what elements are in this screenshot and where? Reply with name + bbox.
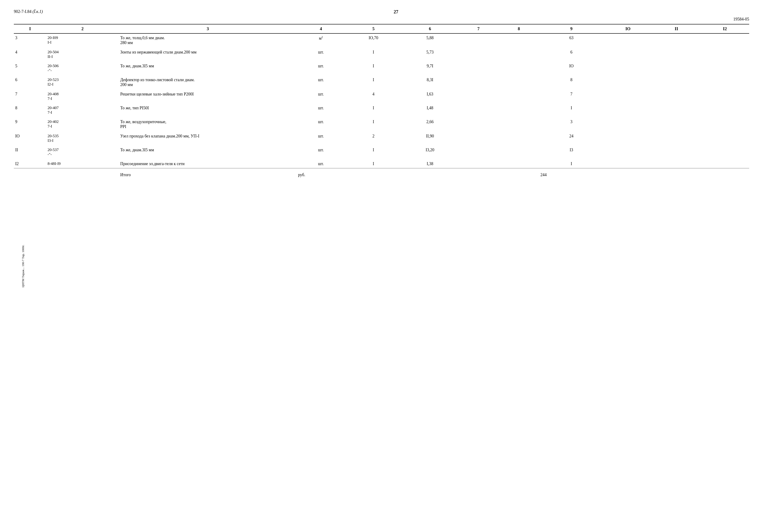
table-row: 8 20-407 7-I То же, тип РI50I шт. I I,48… — [14, 104, 749, 117]
total-empty1 — [14, 170, 46, 180]
page-number: 27 — [43, 9, 749, 15]
row-col12 — [701, 76, 749, 89]
row-unit: м2 — [297, 34, 345, 47]
row-desc: То же, диам.3I5 мм — [119, 62, 297, 75]
row-col11 — [652, 62, 701, 75]
row-col8 — [499, 132, 539, 145]
row-num: I2 — [14, 160, 46, 168]
row-col9: 8 — [539, 76, 604, 89]
row-col6: II,90 — [402, 132, 458, 145]
table-row: IO 20-535 I3-I Узел прохода без клапана … — [14, 132, 749, 145]
row-col12 — [701, 132, 749, 145]
row-col7 — [458, 62, 498, 75]
row-col12 — [701, 34, 749, 47]
col-header-1: I — [14, 24, 46, 34]
row-col10 — [604, 104, 652, 117]
row-col10 — [604, 48, 652, 61]
row-desc: Дефлектор из тонко-листовой стали диам. … — [119, 76, 297, 89]
row-col7 — [458, 118, 498, 131]
page-header: 902-7-I.84 (Ï.к.1) 27 — [14, 9, 749, 15]
row-col8 — [499, 146, 539, 159]
table-row: 6 20-523 I2-I Дефлектор из тонко-листово… — [14, 76, 749, 89]
row-col11 — [652, 132, 701, 145]
row-col6: 8,3I — [402, 76, 458, 89]
table-row: 4 20-504 II-I Зонты из нержавеющей стали… — [14, 48, 749, 61]
row-col10 — [604, 62, 652, 75]
row-col9: 6 — [539, 48, 604, 61]
row-code: 8-48I-I9 — [46, 160, 119, 168]
row-col12 — [701, 146, 749, 159]
total-label: Итого — [119, 170, 297, 180]
row-col6: I,38 — [402, 160, 458, 168]
row-desc: То же, воздухоприточные, РРI — [119, 118, 297, 131]
row-col9: IO — [539, 62, 604, 75]
doc-number: 902-7-I.84 (Ï.к.1) — [14, 9, 43, 14]
row-desc: То же, диам.3I5 мм — [119, 146, 297, 159]
row-col6: 5,73 — [402, 48, 458, 61]
main-table-container: I 2 3 4 5 6 7 8 9 IO II I2 3 20-I09 I-I … — [14, 24, 749, 180]
row-col5: I — [345, 146, 402, 159]
row-col10 — [604, 146, 652, 159]
row-col10 — [604, 160, 652, 168]
row-num: 4 — [14, 48, 46, 61]
row-unit: шт. — [297, 132, 345, 145]
row-code: 20-504 II-I — [46, 48, 119, 61]
table-row: I2 8-48I-I9 Присоединение эл.двига-теля … — [14, 160, 749, 168]
row-unit: шт. — [297, 104, 345, 117]
table-header-row: I 2 3 4 5 6 7 8 9 IO II I2 — [14, 24, 749, 34]
row-col6: I3,20 — [402, 146, 458, 159]
row-code: 20-537 -"- — [46, 146, 119, 159]
row-num: 3 — [14, 34, 46, 47]
row-code: 20-535 I3-I — [46, 132, 119, 145]
total-empty3 — [345, 170, 402, 180]
row-col12 — [701, 90, 749, 103]
row-desc: То же, тип РI50I — [119, 104, 297, 117]
row-code: 20-408 7-I — [46, 90, 119, 103]
row-unit: шт. — [297, 76, 345, 89]
total-empty9 — [701, 170, 749, 180]
col-header-10: IO — [604, 24, 652, 34]
row-col9: I — [539, 160, 604, 168]
row-col11 — [652, 160, 701, 168]
row-col11 — [652, 48, 701, 61]
row-num: 9 — [14, 118, 46, 131]
row-desc: Узел прохода без клапана диам.200 мм, УП… — [119, 132, 297, 145]
row-desc: То же, толщ.0,6 мм диам. 280 мм — [119, 34, 297, 47]
row-desc: Зонты из нержавеющей стали диам.200 мм — [119, 48, 297, 61]
row-col7 — [458, 104, 498, 117]
row-col11 — [652, 118, 701, 131]
row-col5: 4 — [345, 90, 402, 103]
row-col8 — [499, 48, 539, 61]
table-row: 9 20-402 7-I То же, воздухоприточные, РР… — [14, 118, 749, 131]
row-col8 — [499, 34, 539, 47]
row-col8 — [499, 160, 539, 168]
row-desc: Решетки щелевые хало-зийные тип Р200I — [119, 90, 297, 103]
row-col5: I — [345, 76, 402, 89]
row-col7 — [458, 90, 498, 103]
row-col11 — [652, 90, 701, 103]
row-col7 — [458, 132, 498, 145]
row-col6: 9,7I — [402, 62, 458, 75]
row-code: 20-407 7-I — [46, 104, 119, 117]
row-num: 8 — [14, 104, 46, 117]
col-header-6: 6 — [402, 24, 458, 34]
row-unit: шт. — [297, 160, 345, 168]
row-col9: 63 — [539, 34, 604, 47]
col-header-7: 7 — [458, 24, 498, 34]
row-col6: I,48 — [402, 104, 458, 117]
row-col5: I — [345, 62, 402, 75]
col-header-9: 9 — [539, 24, 604, 34]
total-empty4 — [402, 170, 458, 180]
row-num: 7 — [14, 90, 46, 103]
row-num: 5 — [14, 62, 46, 75]
row-col8 — [499, 118, 539, 131]
row-unit: шт. — [297, 146, 345, 159]
total-value: 244 — [539, 170, 604, 180]
total-unit: руб. — [297, 170, 345, 180]
row-col7 — [458, 34, 498, 47]
row-col11 — [652, 104, 701, 117]
total-empty8 — [652, 170, 701, 180]
col-header-2: 2 — [46, 24, 119, 34]
row-col10 — [604, 90, 652, 103]
stamp-number: 19584-05 — [14, 17, 749, 22]
